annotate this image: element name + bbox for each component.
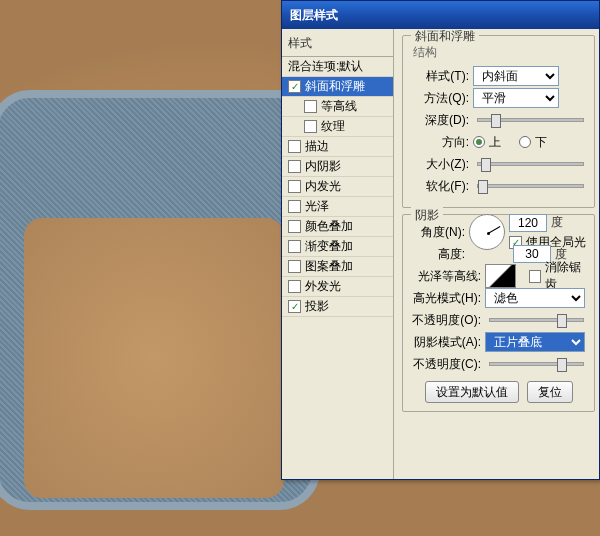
effect-row-pat_overlay[interactable]: 图案叠加 <box>282 257 393 277</box>
effect-label-inner_shadow: 内阴影 <box>305 158 341 175</box>
settings-panel: 斜面和浮雕 结构 样式(T): 内斜面 方法(Q): 平滑 <box>394 29 599 479</box>
angle-wheel[interactable] <box>469 214 505 250</box>
effect-checkbox-contour_sub[interactable] <box>304 100 317 113</box>
effect-row-drop_shadow[interactable]: 投影 <box>282 297 393 317</box>
effect-checkbox-bevel[interactable] <box>288 80 301 93</box>
gloss-contour-picker[interactable] <box>485 264 516 288</box>
dialog-title: 图层样式 <box>290 8 338 22</box>
depth-slider[interactable] <box>477 118 584 122</box>
blend-options-row[interactable]: 混合连项:默认 <box>282 57 393 77</box>
effect-checkbox-stroke[interactable] <box>288 140 301 153</box>
effect-row-outer_glow[interactable]: 外发光 <box>282 277 393 297</box>
effect-row-color_overlay[interactable]: 颜色叠加 <box>282 217 393 237</box>
direction-down-label: 下 <box>535 134 547 151</box>
effect-row-satin[interactable]: 光泽 <box>282 197 393 217</box>
effect-row-stroke[interactable]: 描边 <box>282 137 393 157</box>
shadow-mode-select[interactable]: 正片叠底 <box>485 332 585 352</box>
blend-options-label: 混合连项:默认 <box>288 58 363 75</box>
direction-label: 方向: <box>413 134 469 151</box>
shadow-opacity-label: 不透明度(C): <box>409 356 481 373</box>
style-select[interactable]: 内斜面 <box>473 66 559 86</box>
effect-label-color_overlay: 颜色叠加 <box>305 218 353 235</box>
style-label: 样式(T): <box>413 68 469 85</box>
effect-label-bevel: 斜面和浮雕 <box>305 78 365 95</box>
leather-patch <box>24 218 284 498</box>
gloss-contour-label: 光泽等高线: <box>409 268 481 285</box>
effect-label-inner_glow: 内发光 <box>305 178 341 195</box>
effect-row-texture_sub[interactable]: 纹理 <box>282 117 393 137</box>
highlight-mode-select[interactable]: 滤色 <box>485 288 585 308</box>
direction-up-radio[interactable] <box>473 136 485 148</box>
effect-row-inner_glow[interactable]: 内发光 <box>282 177 393 197</box>
size-label: 大小(Z): <box>413 156 469 173</box>
effect-label-grad_overlay: 渐变叠加 <box>305 238 353 255</box>
soften-label: 软化(F): <box>413 178 469 195</box>
antialias-checkbox[interactable] <box>529 270 541 283</box>
angle-field[interactable] <box>509 214 547 232</box>
effect-checkbox-drop_shadow[interactable] <box>288 300 301 313</box>
angle-label: 角度(N): <box>409 224 465 241</box>
effect-label-contour_sub: 等高线 <box>321 98 357 115</box>
effect-label-satin: 光泽 <box>305 198 329 215</box>
highlight-opacity-slider[interactable] <box>489 318 584 322</box>
effect-checkbox-color_overlay[interactable] <box>288 220 301 233</box>
shadow-legend: 阴影 <box>411 207 443 224</box>
styles-list: 混合连项:默认 斜面和浮雕等高线纹理描边内阴影内发光光泽颜色叠加渐变叠加图案叠加… <box>282 56 393 317</box>
effect-row-bevel[interactable]: 斜面和浮雕 <box>282 77 393 97</box>
structure-title: 结构 <box>413 44 588 61</box>
depth-label: 深度(D): <box>413 112 469 129</box>
size-slider[interactable] <box>477 162 584 166</box>
effect-label-drop_shadow: 投影 <box>305 298 329 315</box>
bevel-fieldset: 斜面和浮雕 结构 样式(T): 内斜面 方法(Q): 平滑 <box>402 35 595 208</box>
highlight-mode-label: 高光模式(H): <box>409 290 481 307</box>
shadow-mode-label: 阴影模式(A): <box>409 334 481 351</box>
effect-checkbox-texture_sub[interactable] <box>304 120 317 133</box>
reset-button[interactable]: 复位 <box>527 381 573 403</box>
effect-label-outer_glow: 外发光 <box>305 278 341 295</box>
technique-label: 方法(Q): <box>413 90 469 107</box>
effect-checkbox-pat_overlay[interactable] <box>288 260 301 273</box>
effect-row-grad_overlay[interactable]: 渐变叠加 <box>282 237 393 257</box>
direction-up-label: 上 <box>489 134 501 151</box>
make-default-button[interactable]: 设置为默认值 <box>425 381 519 403</box>
effect-checkbox-outer_glow[interactable] <box>288 280 301 293</box>
effect-checkbox-inner_shadow[interactable] <box>288 160 301 173</box>
dialog-titlebar[interactable]: 图层样式 <box>282 1 599 29</box>
effect-label-pat_overlay: 图案叠加 <box>305 258 353 275</box>
highlight-opacity-label: 不透明度(O): <box>409 312 481 329</box>
effect-checkbox-satin[interactable] <box>288 200 301 213</box>
effect-checkbox-inner_glow[interactable] <box>288 180 301 193</box>
styles-panel: 样式 混合连项:默认 斜面和浮雕等高线纹理描边内阴影内发光光泽颜色叠加渐变叠加图… <box>282 29 394 479</box>
effect-label-texture_sub: 纹理 <box>321 118 345 135</box>
effect-label-stroke: 描边 <box>305 138 329 155</box>
altitude-label: 高度: <box>409 246 465 263</box>
shadow-fieldset: 阴影 角度(N): 度 使用全局光 <box>402 214 595 412</box>
layer-style-dialog: 图层样式 样式 混合连项:默认 斜面和浮雕等高线纹理描边内阴影内发光光泽颜色叠加… <box>281 0 600 480</box>
technique-select[interactable]: 平滑 <box>473 88 559 108</box>
angle-unit: 度 <box>551 214 563 231</box>
effect-row-inner_shadow[interactable]: 内阴影 <box>282 157 393 177</box>
shadow-opacity-slider[interactable] <box>489 362 584 366</box>
bevel-legend: 斜面和浮雕 <box>411 29 479 45</box>
styles-header: 样式 <box>282 33 393 56</box>
effect-row-contour_sub[interactable]: 等高线 <box>282 97 393 117</box>
effect-checkbox-grad_overlay[interactable] <box>288 240 301 253</box>
direction-down-radio[interactable] <box>519 136 531 148</box>
soften-slider[interactable] <box>477 184 584 188</box>
